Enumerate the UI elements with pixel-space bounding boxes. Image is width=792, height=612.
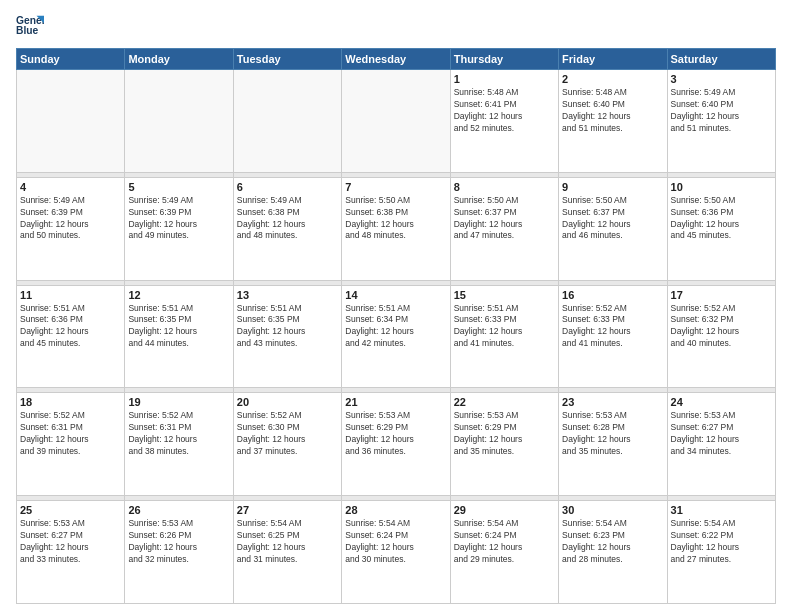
weekday-header-wednesday: Wednesday [342,49,450,70]
day-cell: 22Sunrise: 5:53 AM Sunset: 6:29 PM Dayli… [450,393,558,496]
day-cell [17,70,125,173]
day-number: 2 [562,73,663,85]
day-info: Sunrise: 5:50 AM Sunset: 6:36 PM Dayligh… [671,195,772,243]
week-row-1: 1Sunrise: 5:48 AM Sunset: 6:41 PM Daylig… [17,70,776,173]
day-number: 30 [562,504,663,516]
day-cell: 1Sunrise: 5:48 AM Sunset: 6:41 PM Daylig… [450,70,558,173]
day-number: 18 [20,396,121,408]
day-number: 26 [128,504,229,516]
day-number: 4 [20,181,121,193]
svg-text:Blue: Blue [16,25,39,36]
day-number: 11 [20,289,121,301]
day-info: Sunrise: 5:49 AM Sunset: 6:38 PM Dayligh… [237,195,338,243]
day-cell: 6Sunrise: 5:49 AM Sunset: 6:38 PM Daylig… [233,177,341,280]
day-info: Sunrise: 5:54 AM Sunset: 6:24 PM Dayligh… [345,518,446,566]
day-number: 3 [671,73,772,85]
day-info: Sunrise: 5:53 AM Sunset: 6:29 PM Dayligh… [345,410,446,458]
week-row-2: 4Sunrise: 5:49 AM Sunset: 6:39 PM Daylig… [17,177,776,280]
day-number: 8 [454,181,555,193]
day-cell: 28Sunrise: 5:54 AM Sunset: 6:24 PM Dayli… [342,501,450,604]
weekday-header-monday: Monday [125,49,233,70]
day-number: 12 [128,289,229,301]
day-info: Sunrise: 5:53 AM Sunset: 6:27 PM Dayligh… [20,518,121,566]
calendar-table: SundayMondayTuesdayWednesdayThursdayFrid… [16,48,776,604]
day-info: Sunrise: 5:54 AM Sunset: 6:25 PM Dayligh… [237,518,338,566]
day-cell: 19Sunrise: 5:52 AM Sunset: 6:31 PM Dayli… [125,393,233,496]
day-info: Sunrise: 5:52 AM Sunset: 6:30 PM Dayligh… [237,410,338,458]
header: General Blue [16,12,776,40]
day-number: 22 [454,396,555,408]
day-number: 16 [562,289,663,301]
day-cell: 15Sunrise: 5:51 AM Sunset: 6:33 PM Dayli… [450,285,558,388]
day-info: Sunrise: 5:48 AM Sunset: 6:41 PM Dayligh… [454,87,555,135]
day-info: Sunrise: 5:52 AM Sunset: 6:33 PM Dayligh… [562,303,663,351]
day-number: 5 [128,181,229,193]
day-number: 25 [20,504,121,516]
day-cell: 30Sunrise: 5:54 AM Sunset: 6:23 PM Dayli… [559,501,667,604]
weekday-header-friday: Friday [559,49,667,70]
day-info: Sunrise: 5:51 AM Sunset: 6:35 PM Dayligh… [128,303,229,351]
day-number: 17 [671,289,772,301]
day-cell: 24Sunrise: 5:53 AM Sunset: 6:27 PM Dayli… [667,393,775,496]
day-number: 29 [454,504,555,516]
day-info: Sunrise: 5:49 AM Sunset: 6:39 PM Dayligh… [20,195,121,243]
day-number: 23 [562,396,663,408]
day-cell: 8Sunrise: 5:50 AM Sunset: 6:37 PM Daylig… [450,177,558,280]
day-number: 1 [454,73,555,85]
day-info: Sunrise: 5:52 AM Sunset: 6:32 PM Dayligh… [671,303,772,351]
day-cell: 18Sunrise: 5:52 AM Sunset: 6:31 PM Dayli… [17,393,125,496]
week-row-4: 18Sunrise: 5:52 AM Sunset: 6:31 PM Dayli… [17,393,776,496]
day-cell: 25Sunrise: 5:53 AM Sunset: 6:27 PM Dayli… [17,501,125,604]
weekday-header-saturday: Saturday [667,49,775,70]
day-info: Sunrise: 5:52 AM Sunset: 6:31 PM Dayligh… [128,410,229,458]
day-info: Sunrise: 5:51 AM Sunset: 6:33 PM Dayligh… [454,303,555,351]
day-number: 24 [671,396,772,408]
weekday-header-sunday: Sunday [17,49,125,70]
day-cell: 26Sunrise: 5:53 AM Sunset: 6:26 PM Dayli… [125,501,233,604]
day-info: Sunrise: 5:51 AM Sunset: 6:34 PM Dayligh… [345,303,446,351]
day-cell: 21Sunrise: 5:53 AM Sunset: 6:29 PM Dayli… [342,393,450,496]
day-cell: 13Sunrise: 5:51 AM Sunset: 6:35 PM Dayli… [233,285,341,388]
day-cell: 29Sunrise: 5:54 AM Sunset: 6:24 PM Dayli… [450,501,558,604]
day-info: Sunrise: 5:54 AM Sunset: 6:22 PM Dayligh… [671,518,772,566]
day-info: Sunrise: 5:51 AM Sunset: 6:35 PM Dayligh… [237,303,338,351]
day-number: 6 [237,181,338,193]
calendar-page: General Blue SundayMondayTuesdayWednesda… [0,0,792,612]
day-info: Sunrise: 5:49 AM Sunset: 6:39 PM Dayligh… [128,195,229,243]
weekday-header-row: SundayMondayTuesdayWednesdayThursdayFrid… [17,49,776,70]
day-cell: 4Sunrise: 5:49 AM Sunset: 6:39 PM Daylig… [17,177,125,280]
day-number: 7 [345,181,446,193]
day-info: Sunrise: 5:50 AM Sunset: 6:37 PM Dayligh… [562,195,663,243]
day-cell: 23Sunrise: 5:53 AM Sunset: 6:28 PM Dayli… [559,393,667,496]
week-row-3: 11Sunrise: 5:51 AM Sunset: 6:36 PM Dayli… [17,285,776,388]
day-info: Sunrise: 5:48 AM Sunset: 6:40 PM Dayligh… [562,87,663,135]
day-info: Sunrise: 5:53 AM Sunset: 6:26 PM Dayligh… [128,518,229,566]
day-cell: 10Sunrise: 5:50 AM Sunset: 6:36 PM Dayli… [667,177,775,280]
day-info: Sunrise: 5:49 AM Sunset: 6:40 PM Dayligh… [671,87,772,135]
day-cell: 9Sunrise: 5:50 AM Sunset: 6:37 PM Daylig… [559,177,667,280]
day-cell: 5Sunrise: 5:49 AM Sunset: 6:39 PM Daylig… [125,177,233,280]
weekday-header-tuesday: Tuesday [233,49,341,70]
day-number: 31 [671,504,772,516]
day-cell: 16Sunrise: 5:52 AM Sunset: 6:33 PM Dayli… [559,285,667,388]
day-cell [125,70,233,173]
day-number: 14 [345,289,446,301]
day-cell: 2Sunrise: 5:48 AM Sunset: 6:40 PM Daylig… [559,70,667,173]
logo-icon: General Blue [16,12,44,40]
day-cell: 27Sunrise: 5:54 AM Sunset: 6:25 PM Dayli… [233,501,341,604]
day-cell: 31Sunrise: 5:54 AM Sunset: 6:22 PM Dayli… [667,501,775,604]
day-cell: 3Sunrise: 5:49 AM Sunset: 6:40 PM Daylig… [667,70,775,173]
day-cell: 7Sunrise: 5:50 AM Sunset: 6:38 PM Daylig… [342,177,450,280]
day-info: Sunrise: 5:53 AM Sunset: 6:28 PM Dayligh… [562,410,663,458]
day-info: Sunrise: 5:50 AM Sunset: 6:38 PM Dayligh… [345,195,446,243]
day-number: 21 [345,396,446,408]
day-info: Sunrise: 5:53 AM Sunset: 6:29 PM Dayligh… [454,410,555,458]
week-row-5: 25Sunrise: 5:53 AM Sunset: 6:27 PM Dayli… [17,501,776,604]
day-number: 27 [237,504,338,516]
day-cell [342,70,450,173]
day-number: 10 [671,181,772,193]
day-info: Sunrise: 5:51 AM Sunset: 6:36 PM Dayligh… [20,303,121,351]
day-cell: 12Sunrise: 5:51 AM Sunset: 6:35 PM Dayli… [125,285,233,388]
day-info: Sunrise: 5:54 AM Sunset: 6:24 PM Dayligh… [454,518,555,566]
day-cell: 14Sunrise: 5:51 AM Sunset: 6:34 PM Dayli… [342,285,450,388]
